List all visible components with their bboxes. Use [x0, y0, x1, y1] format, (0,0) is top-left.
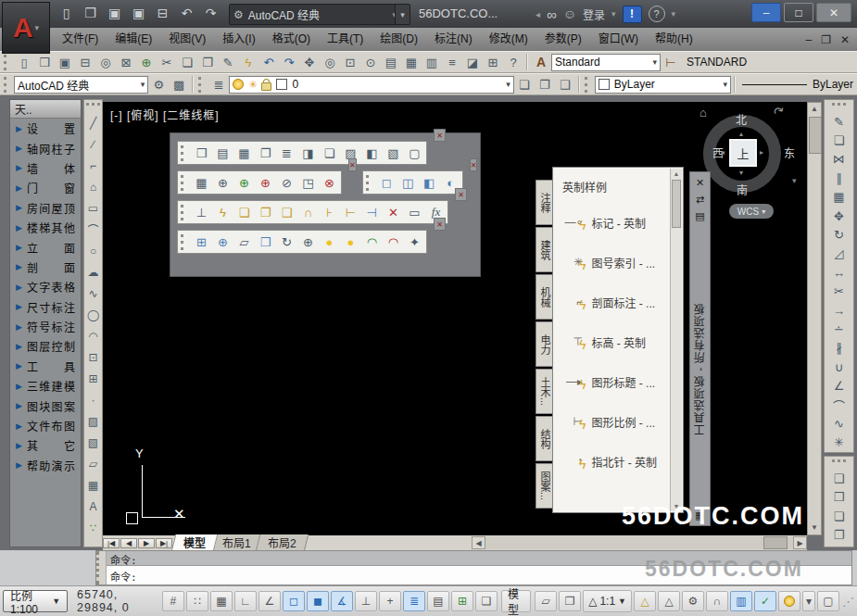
status-more-icon[interactable]: ▾ — [802, 591, 815, 611]
toolbar-grip[interactable] — [4, 55, 10, 70]
quick-properties-toggle[interactable]: ⊞ — [451, 591, 473, 611]
toolbar-grip[interactable] — [832, 459, 846, 466]
copy-icon[interactable]: ❏ — [828, 131, 851, 149]
resize-grip[interactable]: ⋰ — [841, 595, 854, 609]
coordinate-display[interactable]: 65740, 29894, 0 — [73, 588, 160, 614]
close-icon[interactable]: ✕ — [455, 188, 467, 201]
viewcube-arrow-down[interactable]: ▾ — [739, 169, 743, 177]
toolbar-grip[interactable] — [366, 175, 372, 191]
palette-tab[interactable]: 图案... — [536, 463, 553, 509]
globe-off-icon[interactable]: ⊘ — [276, 173, 297, 192]
auto-constrain-icon[interactable]: ⊥ — [191, 203, 212, 221]
help-icon[interactable]: ? — [649, 6, 665, 22]
transparency-toggle[interactable]: ▤ — [427, 591, 449, 611]
workspace-save-icon[interactable]: ▩ — [169, 75, 189, 94]
web-icon[interactable]: ⊕ — [136, 53, 157, 71]
paste-icon[interactable]: ❐ — [197, 53, 218, 71]
offset-icon[interactable]: ∥ — [828, 169, 851, 187]
markup-icon[interactable]: ◪ — [462, 53, 483, 71]
extend-icon[interactable]: → — [828, 301, 851, 320]
palette-tab[interactable]: 结构 — [536, 416, 553, 461]
polar-tracking-toggle[interactable]: ∠ — [258, 591, 281, 611]
plot-icon[interactable]: ⊟ — [75, 53, 95, 71]
palette-tab[interactable]: 电力 — [536, 321, 553, 367]
search-icon[interactable]: ∞ — [547, 6, 557, 22]
menu-item[interactable]: 视图(V) — [160, 28, 214, 51]
bring-above-icon[interactable]: ❏ — [828, 507, 851, 525]
sun-remove-icon[interactable]: ◠ — [383, 233, 404, 251]
doc-minimize-button[interactable]: – — [805, 33, 812, 46]
print-icon[interactable]: ⊟ — [152, 3, 173, 23]
construction-line-icon[interactable]: ∕ — [84, 133, 102, 155]
layer-combo[interactable]: ✳ 0 ▾ — [229, 76, 514, 94]
close-button[interactable]: ✕ — [816, 3, 851, 22]
sphere-icon[interactable]: ⊕ — [297, 233, 319, 251]
new-viewport-icon[interactable]: ⊞ — [191, 233, 212, 251]
palette-item[interactable]: —▸ ϟ 图形标题 - ... — [559, 368, 655, 396]
sidebar-item[interactable]: ▶ 剖 面 — [10, 258, 81, 277]
canvas-vertical-scrollbar[interactable]: ▲ ▼ — [807, 102, 822, 535]
palette-tab[interactable]: 注释 — [536, 180, 553, 225]
zoom-previous-icon[interactable]: ⊙ — [360, 53, 381, 71]
constraint-lock-icon[interactable]: ∩ — [297, 203, 319, 221]
scroll-right-icon[interactable]: ▶ — [793, 536, 807, 549]
image-adjust-icon[interactable]: ◨ — [297, 144, 319, 162]
globe-add-icon[interactable]: ⊕ — [233, 173, 255, 192]
cut-icon[interactable]: ✂ — [157, 53, 177, 71]
break-icon[interactable]: ∦ — [828, 339, 851, 358]
workspace-more-button[interactable]: ▾ — [395, 4, 410, 25]
color-combo[interactable]: ByLayer ▾ — [595, 76, 731, 94]
revision-cloud-icon[interactable]: ☁ — [84, 261, 102, 283]
properties-icon[interactable]: ▤ — [381, 53, 401, 71]
table-icon[interactable]: ▦ — [84, 474, 102, 496]
layout-tab[interactable]: 模型 — [171, 534, 219, 551]
maximize-button[interactable]: □ — [784, 3, 813, 22]
sidebar-item[interactable]: ▶ 设 置 — [10, 119, 81, 138]
close-icon[interactable]: ✕ — [434, 218, 446, 231]
dynamic-input-toggle[interactable]: + — [379, 591, 401, 611]
application-menu-button[interactable]: A ▾ — [2, 2, 50, 54]
properties-icon[interactable]: ▤ — [690, 210, 710, 222]
undo-icon[interactable]: ↶ — [258, 53, 279, 71]
scroll-down-icon[interactable]: ▼ — [808, 522, 821, 534]
status-bulb-icon[interactable] — [778, 591, 800, 611]
minimize-button[interactable]: – — [751, 3, 781, 22]
arc-icon[interactable]: ⌒ — [84, 219, 102, 240]
viewcube-home-icon[interactable]: ⌂ — [699, 106, 707, 119]
viewcube-off-icon[interactable]: ⊗ — [319, 173, 340, 192]
hatch-icon[interactable]: ▨ — [84, 410, 102, 432]
named-views-icon[interactable]: ▦ — [191, 173, 212, 192]
viewcube-top-face[interactable]: 上 — [729, 139, 757, 167]
open-icon[interactable]: ❒ — [34, 53, 55, 71]
toolbar-grip[interactable] — [198, 77, 205, 93]
redo-icon[interactable]: ↷ — [200, 3, 221, 23]
move-icon[interactable]: ✥ — [828, 207, 851, 225]
sidebar-item[interactable]: ▶ 符号标注 — [10, 317, 81, 336]
dim-constraint-linear-icon[interactable]: ⊦ — [319, 203, 340, 221]
collapse-icon[interactable]: ◂ — [536, 9, 540, 19]
fillet-icon[interactable]: ⌒ — [828, 396, 851, 414]
annotation-visibility-icon[interactable]: △ — [634, 591, 656, 611]
chamfer-icon[interactable]: ∠ — [828, 376, 851, 395]
zoom-realtime-icon[interactable]: ◎ — [320, 53, 340, 71]
menu-item[interactable]: 参数(P) — [536, 28, 590, 51]
line-icon[interactable]: ╱ — [84, 112, 102, 133]
corner-view-icon[interactable]: ◳ — [297, 173, 319, 192]
object-tracking-toggle[interactable]: ∡ — [331, 591, 353, 611]
viewcube-north[interactable]: 北 — [736, 111, 747, 127]
send-under-icon[interactable]: ❐ — [828, 525, 851, 544]
image-frame-icon[interactable]: ◧ — [361, 144, 383, 162]
layer-make-current-icon[interactable]: ❏ — [514, 75, 535, 94]
layout-tab[interactable]: 布局2 — [255, 534, 308, 551]
chevron-down-icon[interactable]: ▾ — [611, 9, 616, 19]
dim-constraint-aligned-icon[interactable]: ⊢ — [340, 203, 361, 221]
delete-constraints-icon[interactable]: ✕ — [383, 203, 404, 221]
vs-wireframe-icon[interactable]: ◫ — [397, 173, 419, 192]
sun-add-icon[interactable]: ◠ — [361, 233, 383, 251]
bring-to-front-icon[interactable]: ❑ — [828, 469, 851, 487]
make-block-icon[interactable]: ⊞ — [84, 368, 102, 389]
toolbar-grip[interactable] — [181, 205, 187, 220]
menu-item[interactable]: 格式(O) — [264, 28, 319, 51]
sidebar-item[interactable]: ▶ 图块图案 — [10, 396, 81, 415]
scale-button[interactable]: 比例 1:100 ▼ — [3, 590, 68, 612]
